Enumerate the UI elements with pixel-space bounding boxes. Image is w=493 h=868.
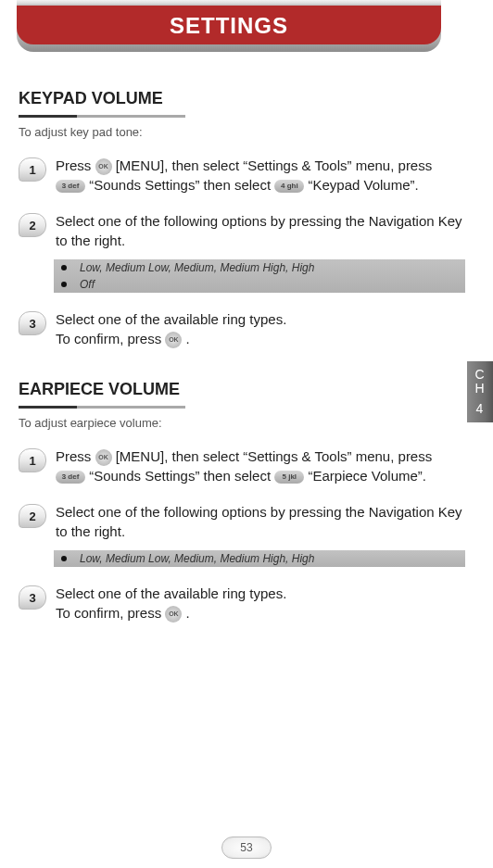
key-3-icon: 3 def [56,180,85,193]
text: “Sounds Settings” then select [89,468,274,484]
step-number-badge: 3 [19,311,46,335]
text: To confirm, press [56,331,165,346]
chapter-tab: C H 4 [467,361,493,422]
ok-key-icon: OK [165,332,182,348]
keypad-option-row: Low, Medium Low, Medium, Medium High, Hi… [54,259,465,276]
step-number-badge: 2 [19,504,46,528]
text: Select one of the available ring types. [56,311,286,327]
earpiece-options-box: Low, Medium Low, Medium, Medium High, Hi… [54,550,465,567]
earpiece-step-3-text: Select one of the available ring types. … [56,584,465,623]
keypad-step-2: 2 Select one of the following options by… [19,211,465,250]
keypad-step-3-text: Select one of the available ring types. … [56,309,465,348]
keypad-volume-heading-text: KEYPAD VOLUME [19,89,163,107]
bullet-icon [61,265,67,270]
step-number-badge: 2 [19,213,46,237]
text: . [186,331,190,346]
earpiece-step-3: 3 Select one of the available ring types… [19,584,465,623]
text: “Earpiece Volume”. [308,468,426,484]
earpiece-volume-heading-text: EARPIECE VOLUME [19,380,180,398]
keypad-option-2: Off [80,278,95,291]
page-banner: SETTINGS [0,0,493,65]
text: Press [56,157,95,173]
bullet-icon [61,556,67,561]
text: . [186,605,190,621]
bullet-icon [61,282,67,287]
earpiece-step-2: 2 Select one of the following options by… [19,502,465,541]
ok-key-icon: OK [95,158,112,175]
keypad-step-1: 1 Press OK [MENU], then select “Settings… [19,156,465,195]
text: Press [56,448,95,464]
keypad-step-3: 3 Select one of the available ring types… [19,309,465,348]
content-area: KEYPAD VOLUME To adjust key pad tone: 1 … [0,65,493,623]
text: “Sounds Settings” then select [89,177,274,193]
keypad-volume-sub: To adjust key pad tone: [19,125,465,139]
page-number: 53 [240,841,252,854]
banner-title-text: SETTINGS [170,13,288,39]
key-4-icon: 4 ghi [274,180,304,193]
step-number-badge: 1 [19,448,46,472]
step-number-badge: 1 [19,157,46,182]
text: [MENU], then select “Settings & Tools” m… [116,157,433,173]
text: “Keypad Volume”. [308,177,418,193]
earpiece-step-1-text: Press OK [MENU], then select “Settings &… [56,447,465,485]
keypad-options-box: Low, Medium Low, Medium, Medium High, Hi… [54,259,465,293]
banner-title: SETTINGS [17,0,441,44]
earpiece-option-1: Low, Medium Low, Medium, Medium High, Hi… [80,552,314,565]
ok-key-icon: OK [165,606,182,623]
chapter-label: C H [467,368,493,396]
text: Select one of the available ring types. [56,585,286,601]
text: To confirm, press [56,605,165,621]
earpiece-step-1: 1 Press OK [MENU], then select “Settings… [19,447,465,485]
ok-key-icon: OK [95,449,112,466]
earpiece-step-2-text: Select one of the following options by p… [56,502,465,541]
page-number-pill: 53 [221,837,272,859]
keypad-option-1: Low, Medium Low, Medium, Medium High, Hi… [80,261,314,274]
key-5-icon: 5 jkl [274,471,304,484]
key-3-icon: 3 def [56,471,85,484]
earpiece-option-row: Low, Medium Low, Medium, Medium High, Hi… [54,550,465,567]
keypad-volume-heading: KEYPAD VOLUME [19,89,465,112]
earpiece-volume-heading: EARPIECE VOLUME [19,380,465,403]
chapter-number: 4 [467,402,493,416]
earpiece-volume-sub: To adjust earpiece volume: [19,416,465,430]
step-number-badge: 3 [19,585,46,610]
keypad-step-1-text: Press OK [MENU], then select “Settings &… [56,156,465,195]
keypad-step-2-text: Select one of the following options by p… [56,211,465,250]
text: [MENU], then select “Settings & Tools” m… [116,448,433,464]
keypad-option-row: Off [54,276,465,293]
